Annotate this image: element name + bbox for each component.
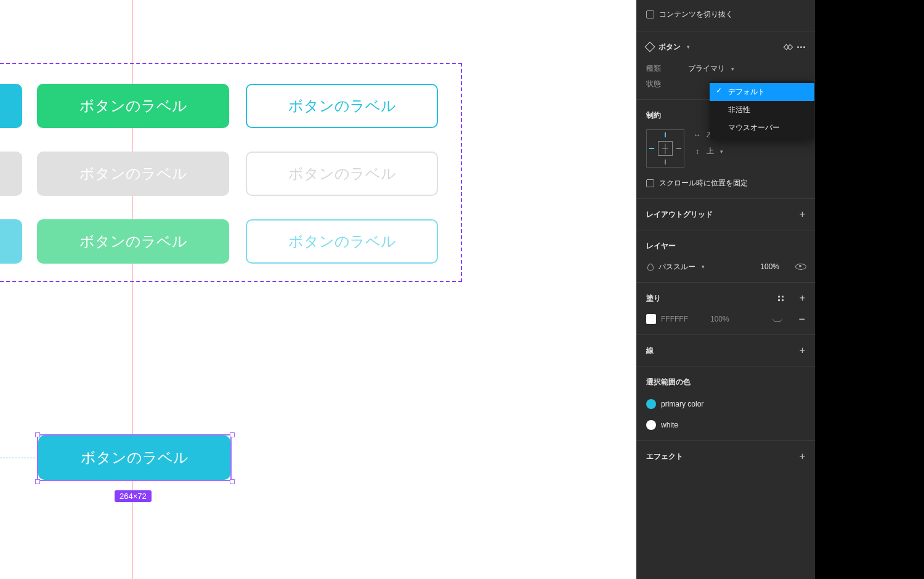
- chevron-down-icon[interactable]: ▾: [687, 44, 690, 50]
- constraints-title: 制約: [646, 110, 661, 121]
- button-label: ボタンのラベル: [79, 232, 187, 251]
- button-green-light[interactable]: ボタンのラベル: [37, 219, 229, 264]
- window-black-margin: [815, 0, 924, 579]
- component-diamond-icon: [645, 42, 655, 52]
- canvas[interactable]: ボタンのラベル ボタンのラベル ボタンのラベル ボタンのラベル ボタンのラベル …: [0, 0, 636, 579]
- layer-title: レイヤー: [646, 241, 676, 251]
- alignment-guide-dashed: [0, 458, 38, 458]
- add-stroke-button[interactable]: +: [800, 345, 805, 356]
- vertical-icon: ↕: [693, 147, 702, 156]
- selection-handle-sw[interactable]: [35, 479, 40, 484]
- constraint-v-value: 上: [707, 146, 714, 156]
- chevron-down-icon: ▾: [720, 148, 723, 155]
- clip-content-checkbox[interactable]: [646, 10, 654, 18]
- button-gray-edge[interactable]: [0, 152, 22, 196]
- prop-type-value[interactable]: プライマリ: [688, 63, 725, 74]
- selection-handle-nw[interactable]: [35, 432, 40, 437]
- button-outline-cyan[interactable]: ボタンのラベル: [246, 84, 438, 128]
- layer-section: レイヤー パススルー ▾ 100%: [636, 230, 815, 283]
- chevron-down-icon[interactable]: ▾: [702, 264, 705, 270]
- selection-color-name-2: white: [661, 421, 678, 429]
- inspector-panel: コンテンツを切り抜く ボタン ▾ 種類 プライマリ ▾ 状態 デフォルト 非活性…: [636, 0, 815, 579]
- component-section: ボタン ▾ 種類 プライマリ ▾ 状態 デフォルト 非活性 マウスオーバー: [636, 31, 815, 100]
- layout-grid-title: レイアウトグリッド: [646, 209, 713, 220]
- visibility-eye-icon[interactable]: [795, 264, 805, 270]
- fill-hidden-eye-icon[interactable]: [772, 316, 782, 322]
- fix-scroll-checkbox[interactable]: [646, 179, 654, 187]
- button-label: ボタンのラベル: [288, 164, 396, 184]
- button-cyan-light-edge[interactable]: [0, 219, 22, 264]
- state-dropdown-menu: デフォルト 非活性 マウスオーバー: [710, 81, 814, 139]
- button-label: ボタンのラベル: [79, 96, 187, 116]
- selection-handle-se[interactable]: [230, 479, 235, 484]
- detach-instance-icon[interactable]: [784, 43, 792, 51]
- button-label: ボタンのラベル: [79, 164, 187, 184]
- fill-opacity[interactable]: 100%: [710, 315, 729, 323]
- clip-content-section: コンテンツを切り抜く: [636, 0, 815, 31]
- blend-mode-icon: [646, 262, 654, 271]
- button-gray[interactable]: ボタンのラベル: [37, 152, 229, 196]
- menu-item-default[interactable]: デフォルト: [710, 83, 814, 101]
- fill-section: 塗り + FFFFFF 100% −: [636, 283, 815, 335]
- layout-grid-section: レイアウトグリッド +: [636, 199, 815, 230]
- button-outline-cyan-light[interactable]: ボタンのラベル: [246, 219, 438, 264]
- horizontal-icon: ↔: [693, 131, 702, 139]
- selection-dimensions: 264×72: [115, 490, 152, 502]
- button-green[interactable]: ボタンのラベル: [37, 84, 229, 128]
- button-label: ボタンのラベル: [288, 96, 396, 116]
- component-name[interactable]: ボタン: [659, 42, 681, 52]
- layer-opacity[interactable]: 100%: [760, 262, 779, 271]
- selection-outline: [37, 434, 232, 481]
- styles-icon[interactable]: [778, 296, 784, 301]
- button-cyan-edge[interactable]: [0, 84, 22, 128]
- effects-section: エフェクト +: [636, 441, 815, 472]
- fix-scroll-label: スクロール時に位置を固定: [659, 178, 748, 188]
- selection-color-swatch-1[interactable]: [646, 399, 656, 409]
- button-outline-gray[interactable]: ボタンのラベル: [246, 152, 438, 196]
- remove-fill-button[interactable]: −: [798, 314, 805, 325]
- fill-title: 塗り: [646, 293, 661, 304]
- chevron-down-icon[interactable]: ▾: [731, 66, 734, 72]
- fill-swatch[interactable]: [646, 314, 656, 324]
- selection-colors-title: 選択範囲の色: [646, 377, 691, 387]
- menu-item-disabled[interactable]: 非活性: [710, 101, 814, 119]
- prop-state-label: 状態: [646, 79, 683, 89]
- selection-colors-section: 選択範囲の色 primary color white: [636, 366, 815, 441]
- selection-color-swatch-2[interactable]: [646, 420, 656, 430]
- menu-item-hover[interactable]: マウスオーバー: [710, 119, 814, 137]
- effects-title: エフェクト: [646, 451, 683, 462]
- stroke-section: 線 +: [636, 335, 815, 366]
- add-effect-button[interactable]: +: [800, 451, 805, 462]
- prop-type-label: 種類: [646, 63, 683, 74]
- button-label: ボタンのラベル: [288, 232, 396, 251]
- selection-color-name-1: primary color: [661, 400, 703, 408]
- selection-handle-ne[interactable]: [230, 432, 235, 437]
- constraint-vertical-select[interactable]: ↕ 上 ▾: [693, 146, 805, 156]
- clip-content-label: コンテンツを切り抜く: [659, 9, 733, 20]
- stroke-title: 線: [646, 346, 654, 356]
- add-layout-grid-button[interactable]: +: [800, 209, 805, 220]
- add-fill-button[interactable]: +: [800, 293, 805, 304]
- constraints-widget[interactable]: ┼: [646, 129, 684, 168]
- fill-hex[interactable]: FFFFFF: [661, 315, 688, 323]
- more-icon[interactable]: [797, 46, 805, 48]
- blend-mode-value[interactable]: パススルー: [659, 262, 695, 272]
